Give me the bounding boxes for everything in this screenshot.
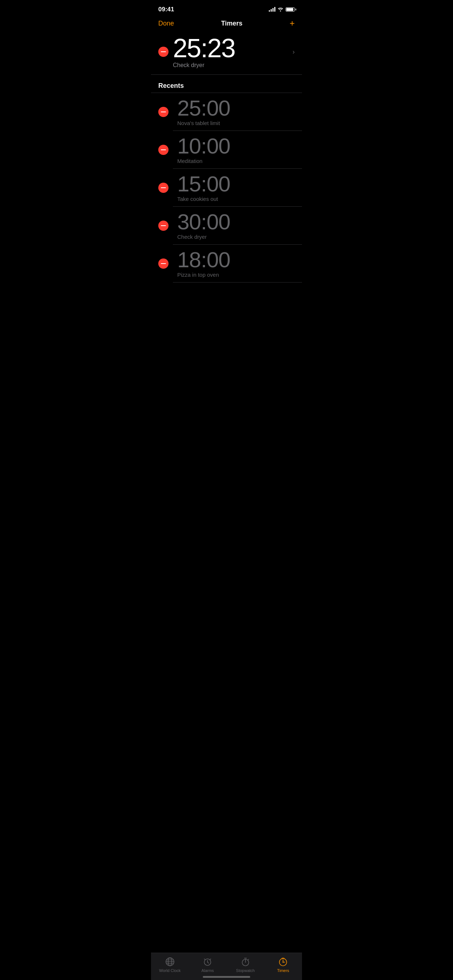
timer-item: 15:00 Take cookies out bbox=[151, 169, 302, 207]
timer-row-4: 18:00 Pizza in top oven bbox=[151, 245, 302, 282]
status-time: 09:41 bbox=[158, 6, 174, 13]
wifi-icon bbox=[278, 6, 283, 13]
chevron-right-icon: › bbox=[292, 48, 295, 56]
timer-0-content: 25:00 Nova's tablet limit bbox=[177, 97, 295, 126]
minus-icon bbox=[161, 188, 166, 188]
timer-row-0: 25:00 Nova's tablet limit bbox=[151, 93, 302, 130]
timer-3-time: 30:00 bbox=[177, 211, 295, 233]
minus-icon bbox=[161, 150, 166, 150]
add-timer-button[interactable]: + bbox=[290, 19, 295, 28]
timer-2-content: 15:00 Take cookies out bbox=[177, 173, 295, 202]
done-button[interactable]: Done bbox=[158, 20, 174, 27]
timer-0-label: Nova's tablet limit bbox=[177, 120, 295, 126]
timer-1-time: 10:00 bbox=[177, 135, 295, 157]
delete-active-timer-button[interactable] bbox=[158, 47, 169, 57]
timer-row-3: 30:00 Check dryer bbox=[151, 207, 302, 244]
active-timer: 25:23 Check dryer › bbox=[151, 32, 302, 75]
active-timer-label: Check dryer bbox=[173, 62, 290, 68]
minus-icon bbox=[161, 225, 166, 226]
minus-icon bbox=[161, 51, 166, 52]
timer-4-divider bbox=[173, 282, 302, 283]
timer-3-content: 30:00 Check dryer bbox=[177, 211, 295, 240]
timer-4-content: 18:00 Pizza in top oven bbox=[177, 249, 295, 278]
recents-list: 25:00 Nova's tablet limit 10:00 Meditati… bbox=[151, 93, 302, 283]
timer-item: 10:00 Meditation bbox=[151, 131, 302, 169]
timer-row-2: 15:00 Take cookies out bbox=[151, 169, 302, 206]
timer-row-1: 10:00 Meditation bbox=[151, 131, 302, 169]
active-timer-time: 25:23 bbox=[173, 35, 290, 61]
nav-title: Timers bbox=[221, 20, 242, 27]
active-timer-content: 25:23 Check dryer bbox=[173, 35, 290, 68]
minus-icon bbox=[161, 111, 166, 112]
signal-icon bbox=[269, 7, 275, 12]
timer-item: 18:00 Pizza in top oven bbox=[151, 245, 302, 283]
timer-2-label: Take cookies out bbox=[177, 196, 295, 202]
minus-icon bbox=[161, 263, 166, 264]
timer-item: 30:00 Check dryer bbox=[151, 207, 302, 245]
content-area: 25:23 Check dryer › Recents 25:00 Nova's… bbox=[151, 32, 302, 315]
timer-3-label: Check dryer bbox=[177, 234, 295, 240]
timer-2-time: 15:00 bbox=[177, 173, 295, 195]
battery-icon bbox=[286, 7, 295, 12]
timer-4-time: 18:00 bbox=[177, 249, 295, 271]
nav-bar: Done Timers + bbox=[151, 16, 302, 32]
delete-timer-0-button[interactable] bbox=[158, 107, 169, 117]
recents-header: Recents bbox=[151, 75, 302, 92]
timer-1-label: Meditation bbox=[177, 158, 295, 164]
timer-4-label: Pizza in top oven bbox=[177, 272, 295, 278]
status-bar: 09:41 bbox=[151, 0, 302, 16]
delete-timer-3-button[interactable] bbox=[158, 221, 169, 231]
timer-0-time: 25:00 bbox=[177, 97, 295, 119]
timer-1-content: 10:00 Meditation bbox=[177, 135, 295, 164]
delete-timer-1-button[interactable] bbox=[158, 145, 169, 155]
delete-timer-4-button[interactable] bbox=[158, 258, 169, 269]
timer-item: 25:00 Nova's tablet limit bbox=[151, 93, 302, 131]
delete-timer-2-button[interactable] bbox=[158, 183, 169, 193]
status-icons bbox=[269, 6, 295, 13]
